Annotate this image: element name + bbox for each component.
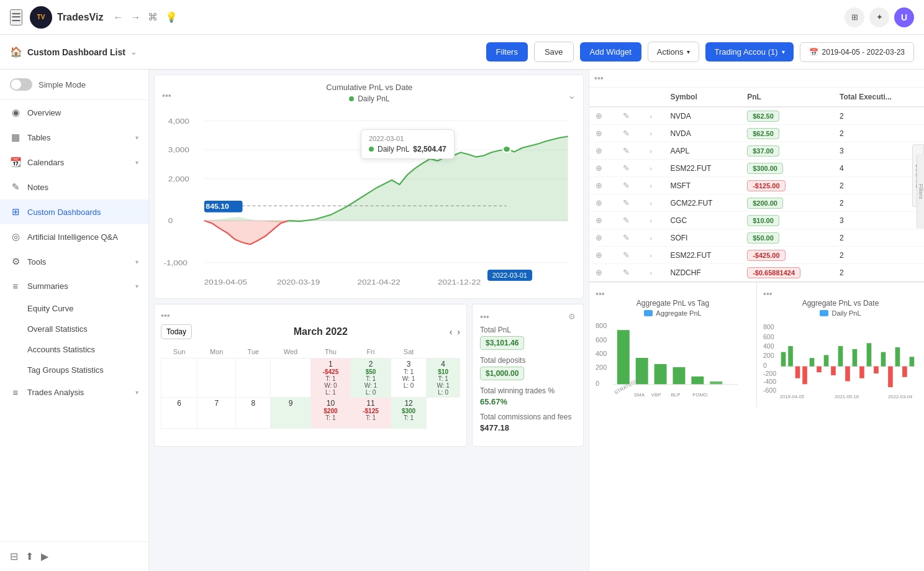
sidebar-item-trades-analysis[interactable]: ≡ Trades Analysis ▾ [0,380,148,404]
grid-icon-button[interactable]: ⊞ [845,7,864,27]
sidebar-item-notes[interactable]: ✎ Notes [0,175,148,199]
cal-day-1[interactable]: 1 -$425 T: 1 W: 0 L: 1 [310,359,351,398]
cal-day-12[interactable]: 12 $300 T: 1 [391,398,427,429]
cal-day-6[interactable]: 6 [161,398,197,429]
table-scroll[interactable]: Symbol PnL Total Executi... ⊕ ✎ › NVDA $… [589,88,924,281]
cal-day-10[interactable]: 10 $200 T: 1 [310,398,351,429]
tag-chart-menu[interactable]: ••• [596,289,605,299]
table-row: ⊕ ✎ › GCM22.FUT $200.00 2 [589,194,924,212]
row-edit-icon[interactable]: ✎ [617,264,644,281]
row-globe-icon[interactable]: ⊕ [589,247,617,264]
chart-widget-menu[interactable]: ••• [162,91,171,101]
cal-day-4[interactable]: 4 $10 T: 1 W: 1 L: 0 [427,359,460,398]
row-edit-icon[interactable]: ✎ [617,107,644,125]
row-edit-icon[interactable]: ✎ [617,177,644,194]
row-globe-icon[interactable]: ⊕ [589,107,617,125]
row-globe-icon[interactable]: ⊕ [589,125,617,142]
sidebar-item-custom-dashboards[interactable]: ⊞ Custom Dashboards [0,199,148,224]
filter-bars-icon[interactable]: ⊟ [10,550,18,562]
cal-day-7[interactable]: 7 [197,398,236,429]
sidebar-item-tools[interactable]: ⚙ Tools ▾ [0,249,148,274]
sidebar-sub-item-equity-curve[interactable]: Equity Curve [0,298,148,319]
row-expand-icon[interactable]: › [643,160,664,177]
chart-collapse-button[interactable]: ⌄ [568,89,576,101]
row-globe-icon[interactable]: ⊕ [589,160,617,177]
cal-day-8[interactable]: 8 [236,398,271,429]
sidebar-sub-item-accounts-stats[interactable]: Accounts Statistics [0,339,148,360]
actions-button[interactable]: Actions ▾ [648,42,700,62]
calendars-icon: 📆 [10,157,21,168]
settings-icon-button[interactable]: ✦ [869,7,889,27]
trading-account-button[interactable]: Trading Accou (1) ▾ [705,42,793,62]
date-range-button[interactable]: 📅 2019-04-05 - 2022-03-23 [800,42,914,62]
cal-day-3[interactable]: 3 T: 1 W: 1 L: 0 [391,359,427,398]
trading-account-label: Trading Accou (1) [714,47,777,57]
tag-chart-svg: 800 600 400 200 0 [596,321,750,401]
command-button[interactable]: ⌘ [145,9,160,25]
row-globe-icon[interactable]: ⊕ [589,194,617,212]
forward-button[interactable]: → [128,9,143,25]
row-expand-icon[interactable]: › [643,142,664,160]
row-globe-icon[interactable]: ⊕ [589,229,617,247]
sidebar-sub-item-tag-groups[interactable]: Tag Groups Statistics [0,360,148,380]
filters-button[interactable]: Filters [486,42,528,62]
row-edit-icon[interactable]: ✎ [617,125,644,142]
tables-icon: ▦ [10,132,21,143]
row-expand-icon[interactable]: › [643,125,664,142]
today-button[interactable]: Today [161,324,192,339]
row-globe-icon[interactable]: ⊕ [589,212,617,229]
upload-icon[interactable]: ⬆ [25,550,34,562]
col-symbol[interactable]: Symbol [664,88,741,107]
light-bulb-button[interactable]: 💡 [163,9,180,25]
row-expand-icon[interactable]: › [643,107,664,125]
add-widget-button[interactable]: Add Widget [580,42,641,62]
row-executions: 2 [833,177,924,194]
row-edit-icon[interactable]: ✎ [617,212,644,229]
toolbar-title-area: 🏠 Custom Dashboard List ⌄ [10,46,137,58]
svg-text:200: 200 [596,363,607,371]
row-edit-icon[interactable]: ✎ [617,247,644,264]
row-expand-icon[interactable]: › [643,247,664,264]
cal-day-9[interactable]: 9 [271,398,310,429]
row-edit-icon[interactable]: ✎ [617,142,644,160]
back-button[interactable]: ← [111,9,125,25]
sidebar-sub-item-overall-stats[interactable]: Overall Statistics [0,319,148,339]
row-globe-icon[interactable]: ⊕ [589,264,617,281]
table-widget-menu[interactable]: ••• [594,73,604,83]
save-button[interactable]: Save [534,42,574,62]
row-globe-icon[interactable]: ⊕ [589,142,617,160]
cal-day-2[interactable]: 2 $50 T: 1 W: 1 L: 0 [351,359,391,398]
col-pnl[interactable]: PnL [741,88,833,107]
youtube-icon[interactable]: ▶ [41,550,48,562]
row-expand-icon[interactable]: › [643,194,664,212]
row-edit-icon[interactable]: ✎ [617,160,644,177]
table-row: ⊕ ✎ › ESM22.FUT -$425.00 2 [589,247,924,264]
sidebar-item-overview[interactable]: ◉ Overview [0,100,148,125]
hamburger-button[interactable]: ☰ [10,9,22,25]
cal-trades-info: T: 1 [312,375,350,382]
sidebar-item-summaries[interactable]: ≡ Summaries ▾ [0,274,148,298]
row-edit-icon[interactable]: ✎ [617,229,644,247]
row-expand-icon[interactable]: › [643,229,664,247]
sidebar-item-tables[interactable]: ▦ Tables ▾ [0,125,148,150]
row-edit-icon[interactable]: ✎ [617,194,644,212]
table-row: ⊕ ✎ › ESM22.FUT $300.00 4 [589,160,924,177]
cal-widget-menu[interactable]: ••• [161,311,170,321]
date-chart-menu[interactable]: ••• [763,289,772,299]
cal-next-button[interactable]: › [457,327,460,337]
row-expand-icon[interactable]: › [643,264,664,281]
sidebar-item-ai-qa[interactable]: ◎ Artificial Intelligence Q&A [0,224,148,249]
sidebar-item-calendars[interactable]: 📆 Calendars ▾ [0,150,148,175]
user-avatar[interactable]: U [894,7,914,27]
stats-widget-menu[interactable]: ••• [480,312,489,322]
simple-mode-toggle[interactable] [10,78,32,91]
filters-toggle[interactable]: Filters [917,154,924,229]
cal-day-11[interactable]: 11 -$125 T: 1 [351,398,391,429]
col-executions[interactable]: Total Executi... [833,88,924,107]
row-expand-icon[interactable]: › [643,177,664,194]
stats-settings-icon[interactable]: ⚙ [568,312,576,322]
row-symbol: NZDCHF [664,264,741,281]
row-globe-icon[interactable]: ⊕ [589,177,617,194]
cal-prev-button[interactable]: ‹ [450,327,453,337]
row-expand-icon[interactable]: › [643,212,664,229]
